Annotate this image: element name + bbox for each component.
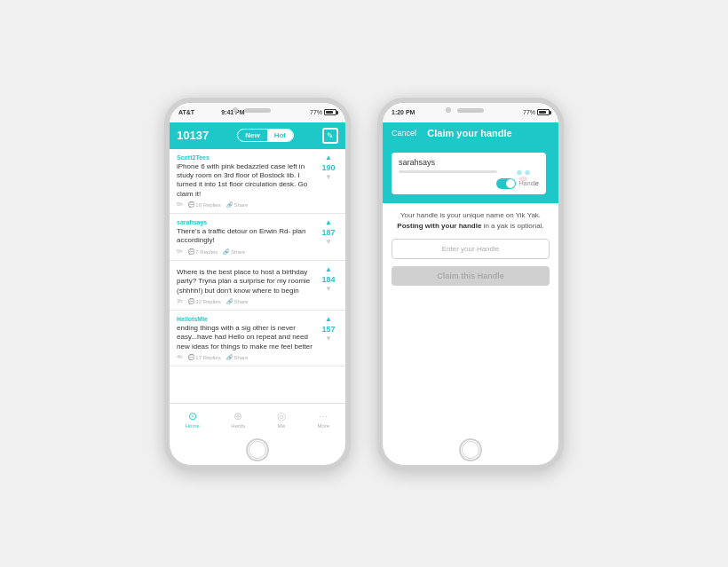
nav-home[interactable]: ⊙ Home — [186, 410, 200, 429]
handle-toggle[interactable] — [496, 178, 516, 189]
vote-count-0: 190 — [321, 163, 335, 172]
svg-point-4 — [517, 169, 522, 175]
feed-item-1-body: sarahsays There's a traffic detour on Er… — [177, 219, 313, 255]
feed-item-1: sarahsays There's a traffic detour on Er… — [170, 214, 345, 261]
handle-text-input[interactable]: Enter your Handle — [392, 239, 550, 259]
feed-item-0-body: Scott2Tees iPhone 6 with pink bedazzled … — [177, 154, 313, 209]
tab-hot[interactable]: Hot — [267, 130, 293, 141]
feed-item-1-votes: ▲ 187 ▼ — [319, 219, 338, 246]
vote-count-1: 187 — [321, 228, 335, 237]
handle-header: Cancel Claim your handle — [383, 122, 558, 144]
phone1-content: 10137 New Hot ✎ Scott2Tees iPhone 6 with… — [170, 122, 345, 435]
feed-item-1-time: 5h — [177, 248, 183, 255]
feed-item-0-username: Scott2Tees — [177, 154, 313, 161]
nav-me[interactable]: ◎ Me — [277, 410, 286, 429]
nav-more[interactable]: ··· More — [318, 410, 330, 429]
feed-item-2-time: 3h — [177, 298, 183, 304]
nav-more-label: More — [318, 423, 330, 429]
handle-body: Your handle is your unique name on Yik Y… — [383, 203, 558, 435]
home-button-inner — [249, 441, 266, 459]
phone1-battery-area: 77% — [310, 109, 336, 115]
feed-title: 10137 — [177, 129, 209, 142]
feed-item-3-meta: 4h 💬 17 Replies 🔗 Share — [177, 354, 313, 360]
feed-item-2: Where is the best place to host a birthd… — [170, 261, 345, 311]
phone2-battery-icon — [537, 109, 550, 115]
toggle-thumb — [506, 179, 515, 188]
feed-item-2-share[interactable]: 🔗 Share — [226, 298, 249, 304]
phone2-battery-pct: 77% — [523, 109, 535, 115]
downvote-3-icon[interactable]: ▼ — [325, 335, 332, 343]
svg-point-7 — [514, 157, 519, 162]
feed-item-2-body: Where is the best place to host a birthd… — [177, 266, 313, 304]
phone2-camera — [446, 107, 451, 113]
home-icon: ⊙ — [188, 410, 197, 422]
tab-new[interactable]: New — [238, 130, 266, 141]
feed-item-3-replies[interactable]: 💬 17 Replies — [188, 354, 221, 360]
upvote-2-icon[interactable]: ▲ — [325, 266, 332, 273]
handle-page-title: Claim your handle — [427, 128, 511, 138]
feed-item-3-text: ending things with a sig other is never … — [177, 324, 313, 351]
feed-item-0-time: 5h — [177, 201, 183, 208]
phone2-content: Cancel Claim your handle — [383, 122, 558, 435]
feed-item-2-meta: 3h 💬 32 Replies 🔗 Share — [177, 298, 313, 304]
feed-item-0-share[interactable]: 🔗 Share — [226, 201, 249, 208]
phone1-battery-fill — [326, 111, 333, 114]
phone2-speaker — [457, 108, 484, 113]
feed-item-3-body: HellotsMle ending things with a sig othe… — [177, 316, 313, 360]
feed-item-2-votes: ▲ 184 ▼ — [319, 266, 338, 293]
nav-herds-label: Herds — [231, 423, 245, 429]
upvote-3-icon[interactable]: ▲ — [325, 316, 332, 323]
feed-item-2-text: Where is the best place to host a birthd… — [177, 268, 313, 295]
phone2-home-button[interactable] — [459, 438, 482, 461]
feed-item-1-username: sarahsays — [177, 219, 313, 225]
compose-button[interactable]: ✎ — [322, 128, 338, 144]
tab-group: New Hot — [237, 129, 294, 142]
downvote-0-icon[interactable]: ▼ — [325, 174, 332, 181]
cancel-button[interactable]: Cancel — [392, 129, 416, 138]
feed-item-2-replies[interactable]: 💬 32 Replies — [188, 298, 221, 304]
mascot-area: sarahsays Handle — [392, 153, 550, 194]
handle-input-placeholder: Enter your Handle — [442, 245, 499, 253]
svg-point-6 — [519, 177, 527, 182]
feed-item-0-meta: 5h 💬 10 Replies 🔗 Share — [177, 201, 313, 208]
herds-icon: ⊕ — [233, 410, 242, 422]
phone2-status-bar: 1:20 PM 77% — [383, 103, 558, 122]
phone1-battery-icon — [324, 109, 336, 115]
handle-desc-bold: Posting with your handle — [397, 222, 481, 230]
phone2-battery-area: 77% — [523, 109, 550, 115]
downvote-1-icon[interactable]: ▼ — [325, 239, 332, 246]
handle-description: Your handle is your unique name on Yik Y… — [392, 210, 550, 232]
home-button[interactable] — [246, 438, 269, 461]
phone1-status-bar: AT&T 9:41 PM 77% — [170, 103, 345, 122]
feed-item-0-text: iPhone 6 with pink bedazzled case left i… — [177, 162, 313, 200]
feed-item-3-share[interactable]: 🔗 Share — [226, 354, 249, 360]
phone2-home-button-inner — [462, 441, 479, 459]
nav-me-label: Me — [278, 423, 285, 429]
me-icon: ◎ — [277, 410, 286, 422]
feed-item-0-replies[interactable]: 💬 10 Replies — [188, 201, 221, 208]
phone1-camera — [233, 107, 238, 113]
feed-item-3: HellotsMle ending things with a sig othe… — [170, 311, 345, 366]
feed-item-1-text: There's a traffic detour on Erwin Rd- pl… — [177, 227, 313, 246]
feed-item-3-votes: ▲ 157 ▼ — [319, 316, 338, 343]
nav-home-label: Home — [186, 423, 200, 429]
nav-herds[interactable]: ⊕ Herds — [231, 410, 245, 429]
phone2-time: 1:20 PM — [392, 109, 415, 115]
feed-item-3-username: HellotsMle — [177, 316, 313, 322]
feed-item-1-replies[interactable]: 💬 7 Replies — [188, 248, 218, 255]
downvote-2-icon[interactable]: ▼ — [325, 286, 332, 293]
svg-point-5 — [525, 169, 530, 175]
handle-bar-decoration — [399, 170, 497, 173]
feed-item-3-time: 4h — [177, 354, 183, 360]
phone-1: AT&T 9:41 PM 77% 10137 New Hot ✎ Scott2T… — [164, 98, 351, 470]
upvote-1-icon[interactable]: ▲ — [325, 219, 332, 226]
feed-header: 10137 New Hot ✎ — [170, 122, 345, 149]
feed-list: Scott2Tees iPhone 6 with pink bedazzled … — [170, 149, 345, 403]
vote-count-3: 157 — [321, 325, 335, 334]
upvote-0-icon[interactable]: ▲ — [325, 154, 332, 161]
feed-item-0: Scott2Tees iPhone 6 with pink bedazzled … — [170, 149, 345, 215]
nav-bar: ⊙ Home ⊕ Herds ◎ Me ··· More — [170, 403, 345, 435]
claim-handle-button[interactable]: Claim this Handle — [392, 266, 550, 286]
feed-item-1-share[interactable]: 🔗 Share — [223, 248, 245, 255]
more-icon: ··· — [319, 410, 328, 422]
